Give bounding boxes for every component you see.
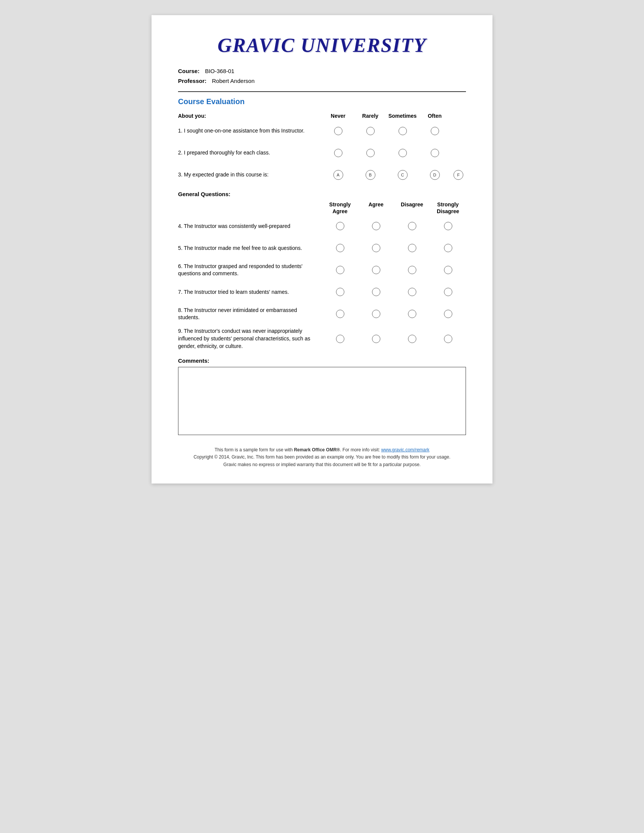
question-8-text: 8. The Instructor never intimidated or e… xyxy=(178,307,322,322)
q3-grade-b-radio[interactable]: B xyxy=(365,170,375,180)
question-5-options xyxy=(322,244,466,252)
q8-sd-radio[interactable] xyxy=(444,310,452,318)
q8-a-cell xyxy=(358,310,394,318)
q6-sd-cell xyxy=(430,266,466,274)
q4-sd-cell xyxy=(430,222,466,230)
q2-rarely-cell xyxy=(354,149,386,157)
q1-sometimes-radio[interactable] xyxy=(399,127,407,135)
q3-grade-f-radio[interactable]: F xyxy=(454,170,463,180)
q2-often-radio[interactable] xyxy=(431,149,439,157)
course-value: BIO-368-01 xyxy=(205,68,235,74)
q8-sa-radio[interactable] xyxy=(336,310,345,318)
q4-a-cell xyxy=(358,222,394,230)
q2-rarely-radio[interactable] xyxy=(366,149,375,157)
col-often: Often xyxy=(419,113,451,119)
q6-sa-radio[interactable] xyxy=(336,266,345,274)
q9-sa-cell xyxy=(322,335,358,343)
q3-grade-a-radio[interactable]: A xyxy=(333,170,343,180)
footer-link[interactable]: www.gravic.com/remark xyxy=(381,447,429,452)
q5-sd-radio[interactable] xyxy=(444,244,452,252)
q5-sa-cell xyxy=(322,244,358,252)
q5-d-cell xyxy=(394,244,430,252)
q9-d-cell xyxy=(394,335,430,343)
question-2-options xyxy=(322,149,466,157)
question-row-1: 1. I sought one-on-one assistance from t… xyxy=(178,123,466,139)
q6-sa-cell xyxy=(322,266,358,274)
q3-grade-d-cell: D xyxy=(419,170,451,180)
university-title: GRAVIC UNIVERSITY xyxy=(178,34,466,56)
q9-a-radio[interactable] xyxy=(372,335,380,343)
q4-sd-radio[interactable] xyxy=(444,222,452,230)
about-you-options-headers: Never Rarely Sometimes Often xyxy=(322,113,466,119)
q7-sa-radio[interactable] xyxy=(336,288,345,296)
q7-d-radio[interactable] xyxy=(408,288,416,296)
question-2-text: 2. I prepared thoroughly for each class. xyxy=(178,149,322,157)
q4-sa-radio[interactable] xyxy=(336,222,345,230)
question-5-text: 5. The Instructor made me feel free to a… xyxy=(178,244,322,252)
footer-line1-suffix: . For more info visit: xyxy=(340,447,381,452)
q2-never-radio[interactable] xyxy=(334,149,343,157)
q5-d-radio[interactable] xyxy=(408,244,416,252)
course-label: Course: xyxy=(178,68,200,74)
q1-often-radio[interactable] xyxy=(431,127,439,135)
gq-col-strongly-disagree: StronglyDisagree xyxy=(430,201,466,215)
footer-remark-brand: Remark Office OMR® xyxy=(294,447,340,452)
comments-box[interactable] xyxy=(178,367,466,435)
q8-d-radio[interactable] xyxy=(408,310,416,318)
q9-sa-radio[interactable] xyxy=(336,335,345,343)
question-4-text: 4. The Instructor was consistently well-… xyxy=(178,223,322,230)
question-7-options xyxy=(322,288,466,296)
q9-d-radio[interactable] xyxy=(408,335,416,343)
question-row-8: 8. The Instructor never intimidated or e… xyxy=(178,306,466,322)
q3-grade-d-radio[interactable]: D xyxy=(430,170,440,180)
col-extra xyxy=(451,113,466,119)
question-row-7: 7. The Instructor tried to learn student… xyxy=(178,284,466,300)
q5-sa-radio[interactable] xyxy=(336,244,345,252)
gq-options-header: StronglyAgree Agree Disagree StronglyDis… xyxy=(322,201,466,215)
question-9-options xyxy=(322,335,466,343)
q2-sometimes-cell xyxy=(386,149,419,157)
footer-line1-prefix: This form is a sample form for use with xyxy=(215,447,294,452)
q7-d-cell xyxy=(394,288,430,296)
q8-d-cell xyxy=(394,310,430,318)
q5-a-radio[interactable] xyxy=(372,244,380,252)
q4-d-radio[interactable] xyxy=(408,222,416,230)
gq-header-row: StronglyAgree Agree Disagree StronglyDis… xyxy=(178,201,466,215)
q5-sd-cell xyxy=(430,244,466,252)
q7-sa-cell xyxy=(322,288,358,296)
divider xyxy=(178,91,466,92)
footer-line1: This form is a sample form for use with … xyxy=(178,446,466,453)
q1-never-cell xyxy=(322,127,354,135)
q6-a-radio[interactable] xyxy=(372,266,380,274)
q4-a-radio[interactable] xyxy=(372,222,380,230)
q1-often-cell xyxy=(419,127,451,135)
question-1-text: 1. I sought one-on-one assistance from t… xyxy=(178,127,322,135)
general-questions-header: General Questions: xyxy=(178,191,466,197)
q6-d-radio[interactable] xyxy=(408,266,416,274)
question-3-options: A B C D F xyxy=(322,170,466,180)
q9-sd-radio[interactable] xyxy=(444,335,452,343)
q6-sd-radio[interactable] xyxy=(444,266,452,274)
q1-never-radio[interactable] xyxy=(334,127,343,135)
footer: This form is a sample form for use with … xyxy=(178,446,466,468)
q7-a-radio[interactable] xyxy=(372,288,380,296)
q8-sa-cell xyxy=(322,310,358,318)
question-6-text: 6. The Instructor grasped and responded … xyxy=(178,263,322,278)
professor-value: Robert Anderson xyxy=(212,78,254,84)
col-sometimes: Sometimes xyxy=(386,113,419,119)
q1-rarely-radio[interactable] xyxy=(366,127,375,135)
q2-sometimes-radio[interactable] xyxy=(399,149,407,157)
q1-rarely-cell xyxy=(354,127,386,135)
q8-sd-cell xyxy=(430,310,466,318)
q1-sometimes-cell xyxy=(386,127,419,135)
question-row-9: 9. The Instructor's conduct was never in… xyxy=(178,328,466,350)
q3-grade-c-radio[interactable]: C xyxy=(398,170,407,180)
q8-a-radio[interactable] xyxy=(372,310,380,318)
question-7-text: 7. The Instructor tried to learn student… xyxy=(178,288,322,296)
q1-extra-cell xyxy=(451,127,466,135)
q9-sd-cell xyxy=(430,335,466,343)
q7-sd-radio[interactable] xyxy=(444,288,452,296)
footer-line3: Gravic makes no express or implied warra… xyxy=(178,461,466,468)
q3-grade-f-cell: F xyxy=(451,170,466,180)
gq-col-disagree: Disagree xyxy=(394,201,430,215)
